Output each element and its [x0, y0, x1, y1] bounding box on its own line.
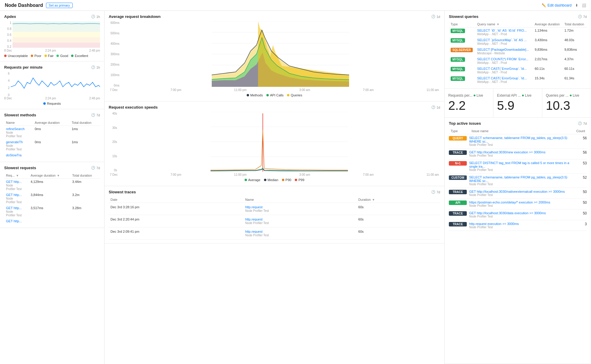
trace-duration-2: 60s	[357, 215, 440, 227]
query-total-4: 4.37m	[563, 56, 587, 66]
slowest-methods-time: 🕐 7d	[91, 113, 100, 117]
issue-name-3[interactable]: SELECT DISTINCT tag_text FROM tag is cal…	[469, 161, 577, 168]
method-avg-2: 0ms	[33, 139, 70, 152]
execution-speeds-time: 🕐 1d	[431, 105, 440, 109]
edit-dashboard-button[interactable]: ✏️ Edit dashboard	[542, 3, 572, 7]
top-issues-header: Top active issues 🕐 7d	[449, 121, 587, 126]
issue-badge-8: TRACE	[449, 222, 467, 226]
svg-rect-0	[13, 42, 100, 48]
method-row-3: doSlowTra	[4, 152, 100, 158]
avg-legend: Average	[245, 178, 260, 182]
issues-count-header: Count	[573, 129, 585, 133]
issue-row-2: TRACE GET http://localhost:3030/new exec…	[449, 149, 587, 159]
query-avg-4: 2,017ms	[533, 56, 563, 66]
query-name-6[interactable]: SELECT CAST(`ErrorGroup`.`Id...	[477, 76, 527, 80]
trace-date-3: Dec 3rd 2:09:41 pm	[109, 227, 243, 240]
issue-content-6: https://postman-echo.com/delay/* executi…	[469, 200, 577, 207]
req-total-1: 3.44m	[70, 179, 100, 192]
sort-icon[interactable]: ▼	[16, 174, 19, 177]
query-name-1[interactable]: SELECT `t0`.`Id` AS `t0.Id` FRO...	[477, 29, 527, 32]
req-name-4[interactable]: GET http...	[6, 219, 22, 223]
issue-row-5: TRACE GET http://localhost:3030/nativeex…	[449, 188, 587, 199]
apdex-chart	[13, 21, 100, 49]
method-name-1[interactable]: refineSearch	[6, 127, 24, 131]
issues-type-header: Type	[451, 129, 472, 133]
issue-name-5[interactable]: GET http://localhost:3030/nativeexternal…	[469, 190, 577, 193]
rpm-chart-area: 6 4 2 0	[4, 72, 100, 97]
req-total-2: 3.2m	[70, 192, 100, 205]
issues-clock-icon: 🕐	[578, 121, 582, 125]
query-name-2[interactable]: SELECT `jsSourceMap`.`Id` AS ...	[477, 38, 527, 42]
q-col-avg: Average duration	[533, 21, 563, 27]
queries-clock-icon: 🕐	[578, 15, 582, 18]
method-name-3[interactable]: doSlowTra	[6, 153, 22, 157]
legend-excellent: Excellent	[71, 54, 88, 58]
avg-sort-icon[interactable]: ▼	[57, 174, 60, 177]
traces-clock-icon: 🕐	[431, 190, 435, 194]
req-name-2[interactable]: GET http...	[6, 193, 22, 197]
expand-icon[interactable]: ⬜	[582, 3, 586, 7]
issue-row-4: CUSTOM SELECT schemaname, tablename FROM…	[449, 174, 587, 188]
q-col-total: Total duration	[563, 21, 587, 27]
duration-sort-icon[interactable]: ▼	[372, 198, 375, 201]
query-name-3[interactable]: SELECT [PackageDownloadable]...	[477, 48, 529, 51]
qname-sort-icon[interactable]: ▼	[496, 23, 499, 26]
issue-content-7: GET http://localhost:3030/data execution…	[469, 211, 577, 218]
slowest-queries-table: Type Query name ▼ Average duration Total…	[449, 21, 587, 85]
fair-dot	[44, 55, 47, 57]
issue-name-1[interactable]: SELECT schemaname, tablename FROM pg_tab…	[469, 136, 577, 143]
issues-col-headers: Type Issue name Count	[449, 128, 587, 134]
slowest-methods-header: Slowest methods 🕐 7d	[4, 113, 100, 117]
rpm-title: Requests per minute	[4, 65, 43, 70]
query-name-4[interactable]: SELECT COUNT(*) FROM `Error...	[477, 57, 529, 61]
query-badge-2: MYSQL	[451, 38, 465, 43]
download-icon[interactable]: ⬇	[575, 3, 578, 7]
issue-badge-5: TRACE	[449, 190, 467, 194]
issue-sub-7: Node Profiler Test	[469, 215, 577, 218]
col-name: Name	[4, 120, 33, 126]
avg-breakdown-header: Average request breakdown 🕐 1d	[109, 14, 440, 19]
trace-duration-3: 60s	[357, 227, 440, 240]
requests-per-title: Requests per... Live	[448, 93, 489, 98]
methods-dot	[247, 94, 249, 96]
median-legend: Median	[264, 178, 278, 182]
method-total-3	[70, 152, 100, 158]
set-primary-button[interactable]: Set as primary	[46, 3, 73, 8]
slowest-requests-table: Req... ▼ Average duration ▼ Total durati…	[4, 172, 100, 224]
trace-row-2: Dec 3rd 2:20:44 pm http.requestNode Prof…	[109, 215, 440, 227]
methods-legend: Methods	[247, 93, 263, 97]
rpm-y-labels: 6 4 2 0	[4, 72, 10, 97]
apdex-x-labels: 8 Dec 2:24 pm 2:48 pm	[4, 49, 100, 52]
query-avg-6: 15.34s	[533, 75, 563, 85]
trace-name-1[interactable]: http.request	[245, 205, 263, 209]
slowest-traces-panel: Slowest traces 🕐 7d Date Name Duration ▼	[105, 186, 444, 243]
top-issues-panel: Top active issues 🕐 7d Type Issue name C…	[445, 118, 591, 364]
query-avg-5: 60.11s	[533, 66, 563, 75]
slowest-queries-header: Slowest queries 🕐 7d	[449, 14, 587, 19]
svg-rect-1	[13, 37, 100, 43]
breakdown-legend: Methods API Calls Queries	[109, 92, 440, 99]
method-name-2[interactable]: generateTh	[6, 140, 23, 144]
issue-name-2[interactable]: GET http://localhost:3030/new execution …	[469, 150, 577, 154]
issue-name-6[interactable]: https://postman-echo.com/delay/* executi…	[469, 200, 577, 204]
req-name-1[interactable]: GET http...	[6, 180, 22, 183]
req-row-2: GET http...NodeProfiler Test 3,844ms 3.2…	[4, 192, 100, 205]
issue-name-4[interactable]: SELECT schemaname, tablename FROM pg_tab…	[469, 175, 577, 183]
rpm-requests-legend: Requests	[43, 102, 61, 105]
trace-name-2[interactable]: http.request	[245, 218, 263, 221]
req-col-name: Req... ▼	[4, 172, 29, 179]
issue-name-7[interactable]: GET http://localhost:3030/data execution…	[469, 211, 577, 215]
query-avg-2: 3,430ms	[533, 37, 563, 47]
issue-badge-1: QUERY	[449, 136, 467, 141]
query-avg-3: 9,836ms	[533, 47, 563, 56]
query-name-5[interactable]: SELECT CAST(`ErrorGroup`.`Id...	[477, 67, 527, 70]
requests-dot	[43, 102, 46, 105]
issue-name-8[interactable]: http.request execution >= 3000ms	[469, 222, 577, 226]
apdex-y-labels: 1 0.8 0.6 0.4 0.2	[4, 21, 11, 49]
issue-content-3: SELECT DISTINCT tag_text FROM tag is cal…	[469, 161, 577, 172]
execution-legend: Average Median P90 P99	[109, 176, 440, 183]
queries-per-panel: Queries per ... Live 10.3	[542, 89, 591, 117]
trace-name-3[interactable]: http.request	[245, 230, 263, 233]
req-name-3[interactable]: GET http...	[6, 206, 22, 210]
slowest-methods-table: Name Average duration Total duration ref…	[4, 120, 100, 158]
